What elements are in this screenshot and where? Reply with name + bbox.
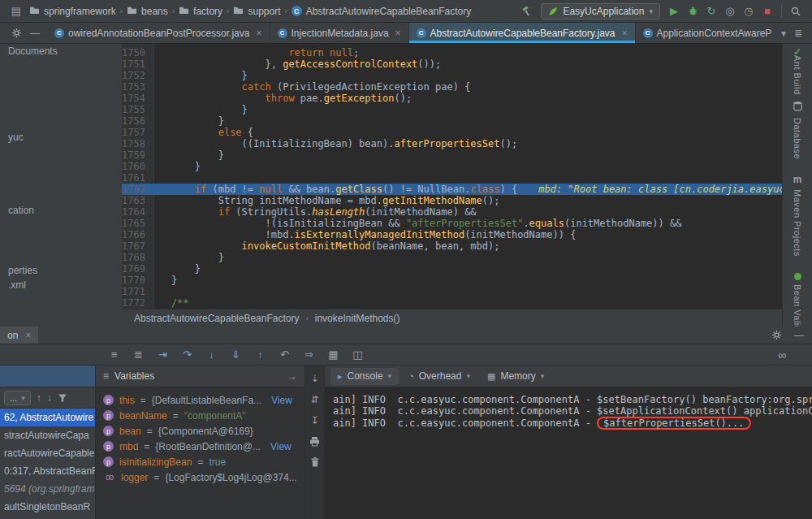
soft-wrap-icon[interactable]: ⇵ bbox=[310, 394, 318, 405]
step-over-icon[interactable]: ↷ bbox=[180, 348, 194, 361]
step-out-icon[interactable]: ↑ bbox=[253, 348, 267, 361]
stack-frame-row[interactable]: stractAutowireCapa bbox=[0, 426, 95, 444]
stack-frame-row[interactable]: 0:317, AbstractBeanF bbox=[0, 462, 95, 480]
search-icon[interactable] bbox=[788, 3, 804, 19]
force-step-into-icon[interactable]: ⇓ bbox=[229, 348, 243, 361]
code-line[interactable]: 1761 bbox=[122, 172, 782, 184]
step-into-icon[interactable]: ↓ bbox=[205, 348, 218, 361]
tool-stripe-maven-projects[interactable]: mMaven Projects bbox=[783, 174, 812, 257]
breadcrumb-class-item[interactable]: CAbstractAutowireCapableBeanFactory bbox=[290, 6, 473, 17]
editor-tab[interactable]: CInjectionMetadata.java× bbox=[270, 23, 409, 43]
stack-frame-row[interactable]: 62, AbstractAutowire bbox=[0, 409, 95, 426]
run-config-select[interactable]: EasyUcApplication ▾ bbox=[541, 3, 660, 19]
close-icon[interactable]: × bbox=[622, 28, 628, 39]
settings-gear-icon[interactable] bbox=[11, 28, 22, 38]
variable-row[interactable]: pbean = {ComponentA@6169} bbox=[96, 423, 304, 439]
console-tab-console[interactable]: ▸Console▾ bbox=[330, 368, 399, 385]
chevron-down-icon[interactable]: ▾ bbox=[781, 28, 786, 39]
code-line[interactable]: 1766!mbd.isExternallyManagedInitMethod(i… bbox=[122, 229, 782, 240]
project-tree-item[interactable]: Documents bbox=[8, 45, 58, 57]
close-icon[interactable]: × bbox=[256, 28, 261, 39]
debug-button[interactable] bbox=[685, 3, 701, 19]
stack-frame-row[interactable]: aultSingletonBeanR bbox=[0, 498, 95, 516]
code-line[interactable]: 1753catch (PrivilegedActionException pae… bbox=[122, 81, 782, 93]
tool-stripe-ant-build[interactable]: Ant Build bbox=[783, 55, 812, 95]
console-layout-icon[interactable]: ▦ bbox=[326, 348, 340, 361]
editor-tab[interactable]: CApplicationContextAwareProcessor.java× bbox=[636, 23, 771, 43]
print-icon[interactable] bbox=[309, 436, 320, 447]
console-tab-memory[interactable]: ▦Memory▾ bbox=[480, 368, 551, 385]
variable-row[interactable]: pmbd = {RootBeanDefinition@...View bbox=[96, 439, 304, 454]
clear-console-icon[interactable] bbox=[310, 456, 320, 467]
code-line[interactable]: 1756} bbox=[122, 115, 782, 127]
breadcrumb-method[interactable]: invokeInitMethods() bbox=[315, 313, 400, 324]
debug-session-tab[interactable]: on × bbox=[0, 327, 38, 344]
tool-stripe-bean-validation[interactable]: Bean Validation bbox=[783, 273, 812, 327]
code-line[interactable]: 1765!(isInitializingBean && "afterProper… bbox=[122, 218, 782, 229]
code-line[interactable]: 1757else { bbox=[122, 127, 782, 138]
editor[interactable]: 1750return null;1751}, getAccessControlC… bbox=[122, 44, 782, 309]
hide-panel-icon[interactable]: — bbox=[30, 28, 40, 39]
tab-list-icon[interactable]: ≣ bbox=[794, 28, 802, 39]
run-button[interactable]: ▶ bbox=[666, 3, 682, 19]
breadcrumb-item[interactable]: springframework bbox=[28, 6, 118, 17]
close-icon[interactable]: × bbox=[25, 330, 31, 341]
variable-row[interactable]: pisInitializingBean = true bbox=[96, 454, 304, 469]
build-hammer-icon[interactable] bbox=[519, 3, 535, 19]
variable-row[interactable]: pthis = {DefaultListableBeanFa...View bbox=[96, 392, 304, 408]
stop-button[interactable]: ■ bbox=[759, 3, 775, 19]
code-line[interactable]: 1764if (StringUtils.hasLength(initMethod… bbox=[122, 206, 782, 218]
rerun-button[interactable]: ↻ bbox=[703, 3, 719, 19]
code-line[interactable]: 1767invokeCustomInitMethod(beanName, bea… bbox=[122, 240, 782, 252]
variable-row[interactable]: oologger = {LogFactory$Log4jLog@374... bbox=[96, 469, 304, 485]
menu-icon[interactable]: ≡ bbox=[103, 370, 109, 382]
run-to-cursor-icon[interactable]: ⇒ bbox=[302, 348, 316, 361]
code-line[interactable]: 1770} bbox=[122, 275, 782, 286]
code-line[interactable]: 1755} bbox=[122, 104, 782, 115]
scroll-down-icon[interactable]: ⇣ bbox=[310, 373, 318, 384]
breadcrumb-class[interactable]: AbstractAutowireCapableBeanFactory bbox=[134, 313, 299, 324]
frame-down-icon[interactable]: ↓ bbox=[47, 392, 52, 404]
close-icon[interactable]: × bbox=[395, 28, 401, 39]
view-options-icon[interactable]: ≣ bbox=[132, 348, 145, 361]
code-line[interactable]: 1768} bbox=[122, 252, 782, 263]
console-tab-overhead[interactable]: ◔Overhead▾ bbox=[401, 368, 477, 385]
frame-up-icon[interactable]: ↑ bbox=[37, 392, 41, 404]
coverage-button[interactable]: ◎ bbox=[722, 3, 738, 19]
code-line[interactable]: 1763String initMethodName = mbd.getInitM… bbox=[122, 195, 782, 206]
view-link[interactable]: View bbox=[270, 441, 292, 452]
split-layout-icon[interactable]: ◫ bbox=[351, 348, 365, 361]
code-line[interactable]: 1769} bbox=[122, 263, 782, 275]
code-line[interactable]: 1758((InitializingBean) bean).afterPrope… bbox=[122, 138, 782, 149]
code-line[interactable]: 1762if (mbd != null && bean.getClass() !… bbox=[122, 184, 782, 195]
filter-frames-icon[interactable] bbox=[58, 393, 67, 403]
pin-arrow-icon[interactable]: → bbox=[287, 370, 297, 382]
tool-stripe-database[interactable]: Database bbox=[783, 101, 812, 159]
breadcrumb-item[interactable]: beans bbox=[125, 6, 170, 17]
variable-row[interactable]: pbeanName = "componentA" bbox=[96, 408, 304, 423]
project-tree-item[interactable]: perties bbox=[8, 265, 37, 276]
code-line[interactable]: 1760} bbox=[122, 161, 782, 172]
code-line[interactable]: 1772/** bbox=[122, 297, 782, 309]
code-line[interactable]: 1752} bbox=[122, 70, 782, 81]
code-line[interactable]: 1771 bbox=[122, 286, 782, 297]
code-line[interactable]: 1754throw pae.getException(); bbox=[122, 93, 782, 104]
breadcrumb-item[interactable]: support bbox=[231, 6, 282, 17]
stack-frame-row[interactable]: ractAutowireCapable bbox=[0, 444, 95, 462]
show-execution-point-icon[interactable]: ⇥ bbox=[156, 348, 170, 361]
settings-gear-icon[interactable] bbox=[771, 330, 782, 340]
project-tree-item[interactable]: cation bbox=[8, 205, 34, 216]
project-tree-item[interactable]: yuc bbox=[8, 132, 24, 143]
drop-frame-icon[interactable]: ↶ bbox=[278, 348, 292, 361]
stack-frame-row[interactable]: 5694 (org.springfram bbox=[0, 480, 95, 498]
console-output[interactable]: ain] INFO c.c.easyuc.component.Component… bbox=[325, 387, 812, 519]
hide-debug-icon[interactable]: — bbox=[794, 330, 804, 341]
project-tree-item[interactable]: .xml bbox=[8, 279, 26, 291]
code-line[interactable]: 1750return null; bbox=[122, 47, 782, 58]
profiler-button[interactable]: ◷ bbox=[741, 3, 757, 19]
code-line[interactable]: 1751}, getAccessControlContext()); bbox=[122, 58, 782, 70]
editor-tab[interactable]: CowiredAnnotationBeanPostProcessor.java× bbox=[47, 23, 270, 43]
view-link[interactable]: View bbox=[271, 395, 292, 406]
infinity-icon[interactable]: ∞ bbox=[778, 348, 786, 361]
restore-layout-icon[interactable]: ≡ bbox=[107, 348, 121, 361]
